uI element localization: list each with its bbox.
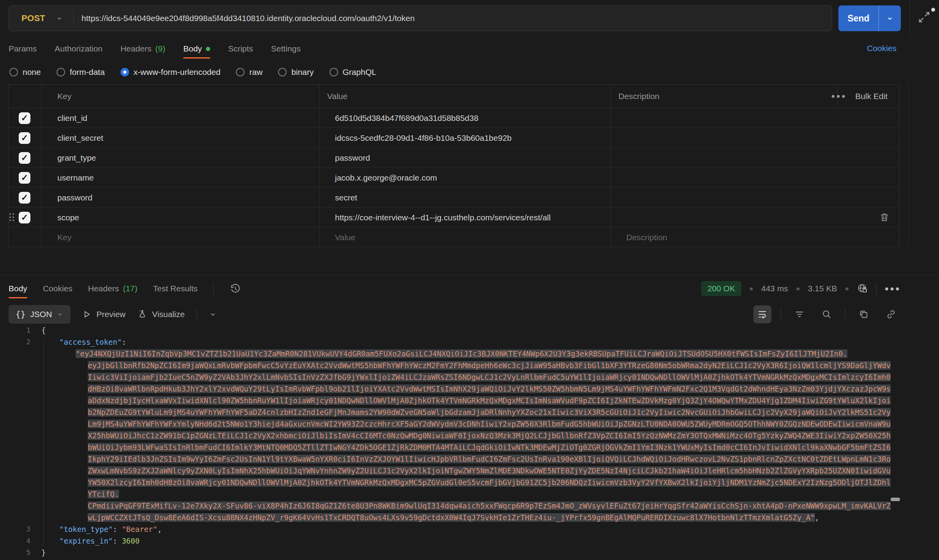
radio-icon xyxy=(9,68,18,76)
value-cell[interactable]: jacob.x.george@oracle.com xyxy=(335,168,437,188)
description-cell-placeholder[interactable]: Description xyxy=(626,227,667,247)
key-cell[interactable]: scope xyxy=(57,207,79,227)
scrollbar-thumb[interactable] xyxy=(891,498,900,501)
request-tab-body[interactable]: Body xyxy=(183,39,210,58)
line-number: 3 xyxy=(0,523,30,535)
row-checkbox[interactable]: ✓ xyxy=(19,112,30,124)
token-string: Lm9jMS4uYWFhYWFhYWFxYmlyNHd6d2t5NWo1Y3hi… xyxy=(88,420,891,428)
visualize-button[interactable]: Visualize xyxy=(137,309,185,319)
table-row: ✓passwordsecret xyxy=(9,188,899,207)
column-divider xyxy=(611,85,611,108)
body-mode-x-www-form-urlencoded[interactable]: x-www-form-urlencoded xyxy=(120,67,221,77)
method-selector[interactable]: POST xyxy=(9,13,73,23)
cookies-link[interactable]: Cookies xyxy=(867,44,896,53)
key-cell[interactable]: password xyxy=(57,188,92,207)
token-string: dHBzOi8vaWRlbnRpdHkub3JhY2xlY2xvdWQuY29t… xyxy=(88,385,891,393)
code-line: "eyJ4NXQjUzI1NiI6InZqbVp3MC1vZTZ1b21UaU1… xyxy=(0,348,939,360)
line-number: 5 xyxy=(0,547,30,558)
column-divider xyxy=(611,227,611,247)
wrap-text-button[interactable] xyxy=(753,305,771,323)
code-line: eyJjbGllbnRfb2NpZCI6Im9jaWQxLmRvbWFpbmFw… xyxy=(0,360,939,371)
filter-button[interactable] xyxy=(790,305,808,323)
column-divider xyxy=(41,85,42,108)
tab-label: Headers xyxy=(88,284,119,293)
send-button[interactable]: Send xyxy=(838,5,901,31)
key-cell[interactable]: client_id xyxy=(57,108,87,128)
code-text: Lm9jMS4uYWFhYWFhYWFxYmlyNHd6d2t5NWo1Y3hi… xyxy=(88,418,891,430)
expand-layout-button[interactable] xyxy=(917,10,934,27)
line-number: 4 xyxy=(0,535,30,547)
play-icon xyxy=(82,310,92,319)
body-mode-binary[interactable]: binary xyxy=(278,67,314,77)
history-button[interactable] xyxy=(229,283,241,294)
row-checkbox[interactable]: ✓ xyxy=(19,212,30,223)
url-input[interactable] xyxy=(74,14,832,23)
value-cell[interactable]: idcscs-5cedfc28-09d1-4f86-b10a-53b60a1be… xyxy=(335,128,512,148)
request-tab-headers[interactable]: Headers(9) xyxy=(120,39,165,58)
search-button[interactable] xyxy=(818,305,836,323)
response-size: 3.15 KB xyxy=(808,284,837,293)
copy-button[interactable] xyxy=(855,305,873,323)
bulk-edit-button[interactable]: ●●●Bulk Edit xyxy=(831,85,888,108)
row-checkbox[interactable]: ✓ xyxy=(19,132,30,144)
value-cell[interactable]: https://coe-interview-4--d1--jg.custhelp… xyxy=(335,207,551,227)
response-tab-headers[interactable]: Headers(17) xyxy=(88,279,138,298)
request-tab-params[interactable]: Params xyxy=(9,39,37,58)
response-body-json: 1{2"access_token":"eyJ4NXQjUzI1NiI6InZqb… xyxy=(0,324,939,558)
code-line: 1{ xyxy=(0,324,939,336)
token-string: Iiwic3ViIjoiamFjb2IueC5nZW9yZ2VAb3JhY2xl… xyxy=(88,373,891,381)
column-header-description: Description xyxy=(618,85,659,108)
radio-icon xyxy=(236,68,244,76)
tab-count: (9) xyxy=(155,44,165,53)
body-mode-raw[interactable]: raw xyxy=(236,67,262,77)
value-cell-placeholder[interactable]: Value xyxy=(335,227,355,247)
tab-label: Scripts xyxy=(228,44,253,53)
mode-label: form-data xyxy=(70,67,105,77)
preview-button[interactable]: Preview xyxy=(82,310,126,319)
mode-label: x-www-form-urlencoded xyxy=(134,67,221,77)
code-line: bWUiOiJybm93LWFwaSIsInRlbmFudCI6ImlkY3Mt… xyxy=(0,441,939,453)
dot-separator: ● xyxy=(845,285,849,293)
row-checkbox[interactable]: ✓ xyxy=(19,172,30,184)
response-tab-cookies[interactable]: Cookies xyxy=(43,279,73,298)
token-string: "Bearer" xyxy=(122,525,158,533)
key-cell-placeholder[interactable]: Key xyxy=(57,227,71,247)
response-tab-test-results[interactable]: Test Results xyxy=(153,279,198,298)
delete-row-button[interactable] xyxy=(879,212,890,223)
code-line: dHBzOi8vaWRlbnRpdHkub3JhY2xlY2xvdWQuY29t… xyxy=(0,383,939,395)
send-options-button[interactable] xyxy=(879,14,901,23)
value-cell[interactable]: password xyxy=(335,148,370,168)
code-line: 5} xyxy=(0,547,939,558)
response-more-button[interactable]: ●●● xyxy=(884,285,901,293)
network-ssl-icon[interactable] xyxy=(857,283,868,294)
value-cell[interactable]: secret xyxy=(335,188,357,207)
bulk-edit-label: Bulk Edit xyxy=(855,92,888,101)
code-line: aDdxNzdjbjIycHlxaWVxIiwidXNlcl90ZW5hbnRu… xyxy=(0,395,939,406)
format-selector[interactable]: {} JSON xyxy=(9,305,71,324)
body-mode-none[interactable]: none xyxy=(9,67,41,77)
body-mode-graphql[interactable]: GraphQL xyxy=(330,67,376,77)
value-cell[interactable]: 6d510d5d384b47f689d0a31d58b85d38 xyxy=(335,108,478,128)
chevron-down-icon[interactable] xyxy=(209,310,217,319)
table-row: ✓client_secretidcscs-5cedfc28-09d1-4f86-… xyxy=(9,128,899,148)
body-mode-form-data[interactable]: form-data xyxy=(57,67,105,77)
code-text: X25hbWUiOiJhcC1zZW91bC1pZGNzLTEiLCJ1c2Vy… xyxy=(88,430,891,441)
request-tabs: ParamsAuthorizationHeaders(9)BodyScripts… xyxy=(9,39,301,58)
request-tab-settings[interactable]: Settings xyxy=(271,39,301,58)
code-line: YW50X2lzcyI6Imh0dHBzOi8vaWRjcy01NDQwNDll… xyxy=(0,477,939,488)
column-divider xyxy=(319,108,320,128)
key-cell[interactable]: client_secret xyxy=(57,128,103,148)
request-tab-scripts[interactable]: Scripts xyxy=(228,39,253,58)
column-divider xyxy=(41,188,42,207)
response-tab-body[interactable]: Body xyxy=(9,279,27,298)
row-checkbox[interactable]: ✓ xyxy=(19,192,30,204)
drag-handle-icon[interactable] xyxy=(9,213,15,222)
key-cell[interactable]: username xyxy=(57,168,94,188)
request-tab-authorization[interactable]: Authorization xyxy=(55,39,103,58)
tab-label: Cookies xyxy=(43,284,73,293)
row-checkbox[interactable]: ✓ xyxy=(19,152,30,164)
key-cell[interactable]: grant_type xyxy=(57,148,96,168)
link-button[interactable] xyxy=(882,305,900,323)
token-string: "eyJ4NXQjUzI1NiI6InZqbVp3MC1vZTZ1b21UaU1… xyxy=(76,349,847,358)
code-line: X25hbWUiOiJhcC1zZW91bC1pZGNzLTEiLCJ1c2Vy… xyxy=(0,430,939,441)
